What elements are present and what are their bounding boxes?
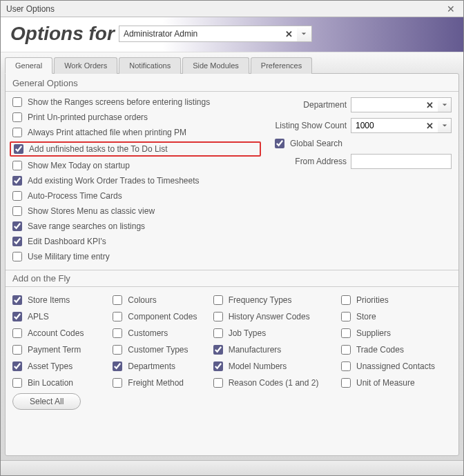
fly-option-checkbox[interactable] xyxy=(113,361,122,371)
general-option-row: Save range searches on listings xyxy=(12,221,258,231)
listing-count-input[interactable] xyxy=(351,118,452,133)
department-label: Department xyxy=(272,100,347,110)
general-option-checkbox[interactable] xyxy=(12,97,22,107)
global-search-label: Global Search xyxy=(290,139,342,148)
general-option-checkbox[interactable] xyxy=(12,161,22,170)
general-option-checkbox[interactable] xyxy=(12,191,22,201)
fly-option-label: APLS xyxy=(28,312,49,321)
fly-option-row: Frequency Types xyxy=(213,295,333,305)
department-dropdown-icon[interactable] xyxy=(438,97,452,112)
fly-option-label: Unit of Measure xyxy=(356,378,415,388)
fly-option-checkbox[interactable] xyxy=(113,295,122,305)
fly-option-row: Job Types xyxy=(213,328,333,338)
fly-option-checkbox[interactable] xyxy=(12,328,22,338)
fly-option-checkbox[interactable] xyxy=(341,345,351,355)
fly-option-checkbox[interactable] xyxy=(12,312,22,321)
fly-option-row: APLS xyxy=(12,312,104,321)
fly-option-row: Manufacturers xyxy=(213,345,333,355)
fly-option-checkbox[interactable] xyxy=(213,378,223,388)
general-option-label: Use Military time entry xyxy=(28,252,110,261)
from-address-input[interactable] xyxy=(351,154,452,169)
fly-option-label: Frequency Types xyxy=(229,295,292,305)
fly-option-checkbox[interactable] xyxy=(113,378,122,388)
fly-option-checkbox[interactable] xyxy=(341,361,351,371)
user-input[interactable] xyxy=(119,26,312,42)
global-search-checkbox[interactable] xyxy=(275,139,284,148)
fly-option-checkbox[interactable] xyxy=(12,345,22,355)
from-address-field[interactable] xyxy=(351,154,452,169)
fly-option-checkbox[interactable] xyxy=(341,328,351,338)
general-option-row: Add existing Work Order Trades to Timesh… xyxy=(12,176,258,186)
user-combo[interactable]: ✕ xyxy=(119,26,312,42)
fly-option-label: Account Codes xyxy=(28,328,84,338)
fly-option-label: Customers xyxy=(128,328,168,338)
fly-option-row: Customers xyxy=(113,328,204,338)
header: Options for ✕ xyxy=(1,17,463,52)
fly-option-row: Priorities xyxy=(341,295,452,305)
fly-option-label: Asset Types xyxy=(28,361,72,371)
fly-option-checkbox[interactable] xyxy=(113,328,122,338)
fly-option-label: Manufacturers xyxy=(229,345,282,355)
listing-count-field[interactable]: ✕ xyxy=(351,118,452,133)
general-option-row: Add unfinished tasks to the To Do List xyxy=(10,141,261,157)
general-option-row: Show the Ranges screens before entering … xyxy=(12,97,258,107)
fly-option-checkbox[interactable] xyxy=(213,345,223,355)
fly-option-checkbox[interactable] xyxy=(341,295,351,305)
fly-option-label: Colours xyxy=(128,295,156,305)
general-option-checkbox[interactable] xyxy=(12,237,22,246)
fly-option-checkbox[interactable] xyxy=(213,361,223,371)
fly-option-label: Bin Location xyxy=(28,378,73,388)
general-option-checkbox[interactable] xyxy=(12,128,22,137)
fly-option-checkbox[interactable] xyxy=(213,328,223,338)
select-all-button[interactable]: Select All xyxy=(12,393,81,410)
tab-work-orders[interactable]: Work Orders xyxy=(54,57,117,74)
user-dropdown-icon[interactable] xyxy=(297,26,312,42)
general-option-checkbox[interactable] xyxy=(12,112,22,122)
general-option-checkbox[interactable] xyxy=(12,221,22,231)
fly-option-label: Store Items xyxy=(28,295,70,305)
general-option-label: Add unfinished tasks to the To Do List xyxy=(29,144,168,154)
fly-option-row: Suppliers xyxy=(341,328,452,338)
fly-option-row: Bin Location xyxy=(12,378,104,388)
from-address-label: From Address xyxy=(272,157,347,166)
general-option-checkbox[interactable] xyxy=(12,176,22,186)
fly-option-checkbox[interactable] xyxy=(12,361,22,371)
clear-user-icon[interactable]: ✕ xyxy=(285,29,293,39)
fly-option-checkbox[interactable] xyxy=(113,345,122,355)
fly-option-checkbox[interactable] xyxy=(341,312,351,321)
fly-option-checkbox[interactable] xyxy=(341,378,351,388)
clear-department-icon[interactable]: ✕ xyxy=(426,100,434,110)
general-panel: General Options Show the Ranges screens … xyxy=(5,73,459,456)
general-option-label: Show Stores Menu as classic view xyxy=(28,206,155,216)
fly-option-row: Payment Term xyxy=(12,345,104,355)
fly-option-checkbox[interactable] xyxy=(213,295,223,305)
general-option-checkbox[interactable] xyxy=(12,252,22,261)
fly-option-row: Trade Codes xyxy=(341,345,452,355)
options-for-label: Options for xyxy=(10,23,115,45)
fly-option-label: Store xyxy=(356,312,376,321)
tab-notifications[interactable]: Notifications xyxy=(119,57,181,74)
general-option-checkbox[interactable] xyxy=(12,206,22,216)
tab-preferences[interactable]: Preferences xyxy=(251,57,312,74)
department-field[interactable]: ✕ xyxy=(351,97,452,112)
tab-side-modules[interactable]: Side Modules xyxy=(182,57,249,74)
general-option-row: Show Mex Today on startup xyxy=(12,161,258,170)
clear-listing-count-icon[interactable]: ✕ xyxy=(426,121,434,131)
general-option-checkbox[interactable] xyxy=(14,144,23,154)
fly-option-row: Reason Codes (1 and 2) xyxy=(213,378,333,388)
fly-option-row: Store xyxy=(341,312,452,321)
fly-option-checkbox[interactable] xyxy=(213,312,223,321)
fly-option-row: Customer Types xyxy=(113,345,204,355)
fly-option-row: Freight Method xyxy=(113,378,204,388)
close-icon[interactable]: ✕ xyxy=(444,3,458,14)
fly-option-checkbox[interactable] xyxy=(12,378,22,388)
listing-count-dropdown-icon[interactable] xyxy=(438,118,452,133)
fly-option-checkbox[interactable] xyxy=(113,312,122,321)
fly-option-row: Account Codes xyxy=(12,328,104,338)
fly-option-row: Colours xyxy=(113,295,204,305)
fly-option-checkbox[interactable] xyxy=(12,295,22,305)
fly-option-label: Customer Types xyxy=(128,345,188,355)
department-input[interactable] xyxy=(351,97,452,112)
fly-option-label: Freight Method xyxy=(128,378,184,388)
tab-general[interactable]: General xyxy=(5,57,52,74)
